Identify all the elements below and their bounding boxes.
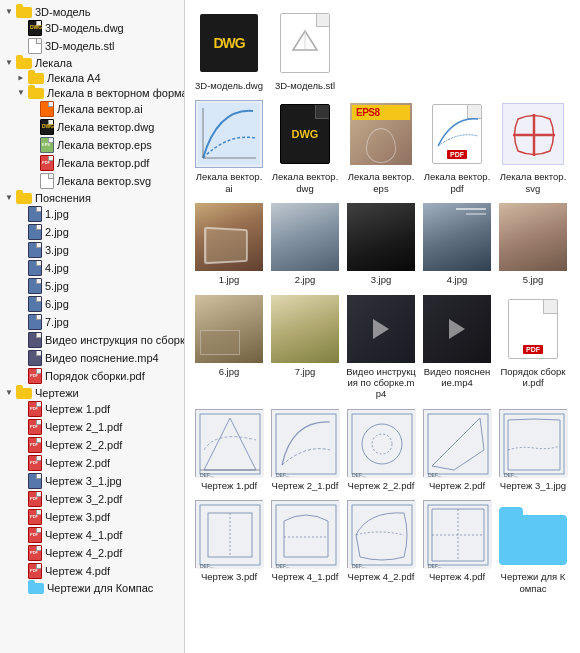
grid-item-lekala-eps[interactable]: EPS8 Лекала вектор.eps [345, 99, 417, 194]
sidebar-item-1jpg[interactable]: ▼ 1.jpg [0, 205, 184, 223]
sidebar-item-3d-model-folder[interactable]: ▼ 3D-модель [0, 4, 184, 19]
grid-item-3jpg[interactable]: 3.jpg [345, 202, 417, 285]
file-grid: DWG 3D-модель.dwg 3D-модель.stl [185, 0, 580, 653]
section-photos-1: 1.jpg 2.jpg 3.jpg [193, 202, 572, 285]
grid-item-ch3[interactable]: DEF... Чертеж 3.pdf [193, 499, 265, 594]
grid-item-ch2[interactable]: DEF... Чертеж 2.pdf [421, 408, 493, 491]
grid-item-kompas-folder[interactable]: Чертежи для Компас [497, 499, 569, 594]
sidebar-item-5jpg[interactable]: ▼ 5.jpg [0, 277, 184, 295]
sidebar-item-6jpg[interactable]: ▼ 6.jpg [0, 295, 184, 313]
sidebar-item-3d-model-dwg[interactable]: ▼ 3D-модель.dwg [0, 19, 184, 37]
section-blueprints-1: DEF... Чертеж 1.pdf DEF... [193, 408, 572, 491]
blueprint-icon: DEF... [424, 410, 492, 478]
sidebar-item-poryadok[interactable]: ▼ Порядок сборки.pdf [0, 367, 184, 385]
sidebar-item-2jpg[interactable]: ▼ 2.jpg [0, 223, 184, 241]
thumbnail [498, 499, 568, 569]
sidebar-item-label: 5.jpg [45, 280, 69, 292]
sidebar-item-kompas[interactable]: ▼ Чертежи для Компас [0, 580, 184, 595]
grid-item-ch22[interactable]: DEF... Чертеж 2_2.pdf [345, 408, 417, 491]
grid-item-6jpg[interactable]: 6.jpg [193, 294, 265, 400]
grid-item-lekala-dwg[interactable]: DWG Лекала вектор.dwg [269, 99, 341, 194]
eps-badge: EPS8 [352, 105, 410, 120]
sidebar-item-ch41[interactable]: ▼ Чертеж 4_1.pdf [0, 526, 184, 544]
thumbnail [498, 202, 568, 272]
sidebar-item-3jpg[interactable]: ▼ 3.jpg [0, 241, 184, 259]
stl-file-icon [28, 38, 42, 54]
sidebar-item-ch2[interactable]: ▼ Чертеж 2.pdf [0, 454, 184, 472]
eps-file-icon [40, 137, 54, 153]
grid-item-ch41[interactable]: DEF... Чертеж 4_1.pdf [269, 499, 341, 594]
grid-item-ch1[interactable]: DEF... Чертеж 1.pdf [193, 408, 265, 491]
blueprint-thumb: DEF... [347, 409, 415, 477]
thumbnail: DWG [270, 99, 340, 169]
sidebar-item-label: 4.jpg [45, 262, 69, 274]
grid-item-ch42[interactable]: DEF... Чертеж 4_2.pdf [345, 499, 417, 594]
grid-item-4jpg[interactable]: 4.jpg [421, 202, 493, 285]
sidebar-item-lekala-dwg[interactable]: ▼ Лекала вектор.dwg [0, 118, 184, 136]
grid-item-lekala-svg[interactable]: Лекала вектор.svg [497, 99, 569, 194]
sidebar-item-chertezhi[interactable]: ▼ Чертежи [0, 385, 184, 400]
svg-text:DEF...: DEF... [504, 472, 518, 478]
grid-item-lekala-ai[interactable]: Лекала вектор.ai [193, 99, 265, 194]
sidebar-item-poyasneniya[interactable]: ▼ Пояснения [0, 190, 184, 205]
grid-item-ch21[interactable]: DEF... Чертеж 2_1.pdf [269, 408, 341, 491]
sidebar-item-ch32[interactable]: ▼ Чертеж 3_2.pdf [0, 490, 184, 508]
arc-drawing-icon [198, 103, 260, 165]
section-lekala: Лекала вектор.ai DWG Лекала вектор.dwg [193, 99, 572, 194]
sidebar-item-label: Чертеж 3_2.pdf [45, 493, 122, 505]
folder-icon [28, 71, 44, 84]
expand-icon: ▼ [16, 73, 26, 83]
sidebar-item-ch3[interactable]: ▼ Чертеж 3.pdf [0, 508, 184, 526]
grid-item-video2[interactable]: Видео пояснение.mp4 [421, 294, 493, 400]
grid-item-lekala-pdf[interactable]: PDF Лекала вектор.pdf [421, 99, 493, 194]
sidebar-item-lekala-svg[interactable]: ▼ Лекала вектор.svg [0, 172, 184, 190]
sidebar-item-ch1[interactable]: ▼ Чертеж 1.pdf [0, 400, 184, 418]
sidebar-item-video-2[interactable]: ▼ Видео пояснение.mp4 [0, 349, 184, 367]
sidebar-item-label: Лекала в векторном формате [47, 87, 185, 99]
pdf-file-icon [28, 527, 42, 543]
grid-item-ch31[interactable]: DEF... Чертеж 3_1.jpg [497, 408, 569, 491]
expand-icon: ▼ [16, 88, 26, 98]
photo-thumb [271, 295, 339, 363]
sidebar-item-ch4[interactable]: ▼ Чертеж 4.pdf [0, 562, 184, 580]
thumbnail [194, 294, 264, 364]
grid-item-7jpg[interactable]: 7.jpg [269, 294, 341, 400]
sidebar-item-ch42[interactable]: ▼ Чертеж 4_2.pdf [0, 544, 184, 562]
grid-item-video1[interactable]: Видео инструкция по сборке.mp4 [345, 294, 417, 400]
sidebar-item-ch21[interactable]: ▼ Чертеж 2_1.pdf [0, 418, 184, 436]
thumbnail: DEF... [422, 499, 492, 569]
grid-item-ch4[interactable]: DEF... Чертеж 4.pdf [421, 499, 493, 594]
grid-item-3d-dwg[interactable]: DWG 3D-модель.dwg [193, 8, 265, 91]
sidebar-item-lekala-a4[interactable]: ▼ Лекала А4 [0, 70, 184, 85]
sidebar-item-lekala-vector[interactable]: ▼ Лекала в векторном формате [0, 85, 184, 100]
thumbnail [194, 202, 264, 272]
pdf-file-icon [28, 509, 42, 525]
sidebar-item-4jpg[interactable]: ▼ 4.jpg [0, 259, 184, 277]
grid-item-1jpg[interactable]: 1.jpg [193, 202, 265, 285]
file-label: Чертеж 4_2.pdf [348, 571, 415, 582]
sidebar-item-ch22[interactable]: ▼ Чертеж 2_2.pdf [0, 436, 184, 454]
grid-item-3d-stl[interactable]: 3D-модель.stl [269, 8, 341, 91]
photo-thumb [195, 295, 263, 363]
sidebar-item-lekala-eps[interactable]: ▼ Лекала вектор.eps [0, 136, 184, 154]
blueprint-thumb: DEF... [347, 500, 415, 568]
svg-cross-icon [503, 104, 564, 165]
sidebar-item-lekala-folder[interactable]: ▼ Лекала [0, 55, 184, 70]
thumbnail [194, 99, 264, 169]
sidebar-item-lekala-pdf[interactable]: ▼ Лекала вектор.pdf [0, 154, 184, 172]
jpg-file-icon [28, 296, 42, 312]
sidebar-item-label: 2.jpg [45, 226, 69, 238]
thumbnail: DEF... [194, 408, 264, 478]
sidebar-item-lekala-ai[interactable]: ▼ Лекала вектор.ai [0, 100, 184, 118]
sidebar-item-video-1[interactable]: ▼ Видео инструкция по сборке.mp4 [0, 331, 184, 349]
svg-rect-15 [348, 410, 416, 478]
sidebar-item-ch31[interactable]: ▼ Чертеж 3_1.jpg [0, 472, 184, 490]
pdf-file-icon [28, 401, 42, 417]
grid-item-poryadok[interactable]: PDF Порядок сборки.pdf [497, 294, 569, 400]
sidebar-item-3d-model-stl[interactable]: ▼ 3D-модель.stl [0, 37, 184, 55]
grid-item-5jpg[interactable]: 5.jpg [497, 202, 569, 285]
sidebar-item-7jpg[interactable]: ▼ 7.jpg [0, 313, 184, 331]
thumbnail [346, 294, 416, 364]
sidebar-item-label: Лекала вектор.dwg [57, 121, 154, 133]
grid-item-2jpg[interactable]: 2.jpg [269, 202, 341, 285]
